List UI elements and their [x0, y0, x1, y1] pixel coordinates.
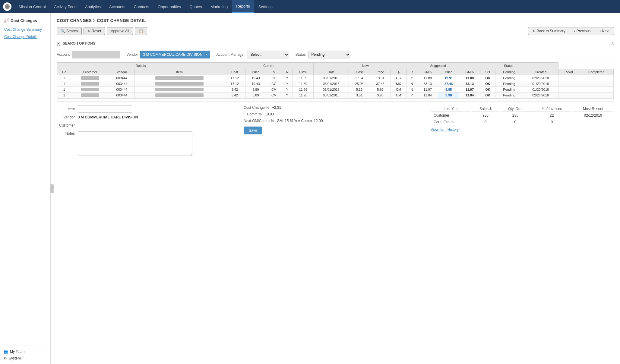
- nav-item-mission-central[interactable]: Mission Central: [14, 0, 50, 13]
- reset-icon: ↻: [87, 29, 90, 33]
- col-sug-gm: GM%: [459, 69, 480, 75]
- item-row: Item: [57, 105, 240, 113]
- previous-button[interactable]: ‹ Previous: [570, 27, 595, 35]
- cell-cur-price: 3.89: [245, 87, 266, 93]
- cell-cur-dollar: CG: [266, 81, 282, 87]
- cell-rvwd: [558, 87, 579, 93]
- vendor-select[interactable]: 3 M COMMERCIAL CARE DIVISION: [140, 51, 210, 58]
- stat-customer-label: Customer: [431, 112, 471, 118]
- col-group-suggested: Suggested: [417, 63, 459, 69]
- nav-item-marketing[interactable]: Marketing: [206, 0, 232, 13]
- status-label: Status: [295, 52, 305, 57]
- stat-col-qty: Qty. Ord.: [500, 106, 531, 112]
- table-row[interactable]: 1 003444 17.12 19.43 CG Y 11.89 03/01/20…: [57, 81, 614, 87]
- cell-status: Pending: [495, 81, 523, 87]
- sidebar-section-label: Cost Changes: [11, 18, 37, 23]
- notes-textarea[interactable]: [78, 131, 192, 155]
- status-select[interactable]: Pending: [308, 51, 350, 58]
- search-options-header[interactable]: [-] SEARCH OPTIONS ∧: [57, 39, 614, 48]
- cell-date: 03/01/2018: [314, 75, 349, 81]
- comm-pct-value: 10.00: [265, 112, 274, 116]
- vendor-detail-value: 3 M COMMERCIAL CARE DIVISION: [78, 115, 138, 119]
- detail-left: Item Vendor 3 M COMMERCIAL CARE DIVISION…: [57, 105, 240, 156]
- customer-input[interactable]: [78, 122, 132, 129]
- sidebar-toggle[interactable]: ‹: [50, 184, 54, 193]
- table-row[interactable]: 1 003444 3.42 3.89 CM Y 11.98 03/01/2018…: [57, 93, 614, 98]
- next-button[interactable]: › Next: [595, 27, 614, 35]
- col-group-current: Current: [224, 63, 314, 69]
- account-manager-select[interactable]: Select...: [247, 51, 289, 58]
- col-new-r: R: [406, 69, 417, 75]
- nav-item-settings[interactable]: Settings: [254, 0, 277, 13]
- cell-date: 03/01/2018: [314, 81, 349, 87]
- vendor-label: Vendor: [126, 52, 138, 57]
- approve-all-button[interactable]: Approve All: [107, 27, 133, 35]
- notes-row: Notes: [57, 131, 240, 156]
- search-options-section: [-] SEARCH OPTIONS ∧ Account Vendor 3 M …: [57, 39, 614, 58]
- col-date: Date: [314, 69, 349, 75]
- stat-col-lastyear: Last Year: [431, 106, 471, 112]
- detail-middle: Cost Change % +2.31 Comm % 10.00 Next GM…: [244, 105, 427, 134]
- sidebar-item-my-team[interactable]: 👥 My Team: [4, 348, 47, 355]
- toolbar-right: ↻ Back to Summary ‹ Previous › Next: [528, 27, 614, 35]
- account-manager-label: Account Manager: [216, 52, 245, 57]
- cell-co: 1: [57, 93, 71, 98]
- nav-item-activity-feed[interactable]: Activity Feed: [50, 0, 81, 13]
- reset-button[interactable]: ↻ Reset: [84, 27, 105, 35]
- app-logo[interactable]: [3, 2, 11, 11]
- top-navigation: Mission Central Activity Feed Analytics …: [0, 0, 620, 13]
- table-row[interactable]: 1 003444 3.42 3.89 CM Y 11.98 03/01/2018…: [57, 87, 614, 93]
- search-options-toggle[interactable]: [-]: [57, 41, 60, 46]
- search-button[interactable]: 🔍 Search: [57, 27, 82, 35]
- cell-co: 1: [57, 81, 71, 87]
- vendor-select-wrapper: 3 M COMMERCIAL CARE DIVISION: [140, 51, 210, 58]
- cell-sug-price[interactable]: 37.46: [438, 81, 459, 87]
- cell-sug-gm: 11.84: [459, 93, 480, 98]
- collapse-icon[interactable]: ∧: [611, 41, 614, 46]
- col-rvwd: Rvwd: [558, 69, 579, 75]
- my-team-label: My Team: [10, 350, 24, 354]
- cell-rvwd: [558, 81, 579, 87]
- cell-status: Pending: [495, 87, 523, 93]
- item-input[interactable]: [78, 105, 132, 113]
- cell-new-price: 37.46: [370, 81, 391, 87]
- sidebar-item-cost-change-summary[interactable]: Cost Change Summary: [0, 26, 50, 33]
- table-row[interactable]: 1 003444 17.12 19.43 CG Y 11.89 03/01/20…: [57, 75, 614, 81]
- sidebar-item-system[interactable]: ⚙ System: [4, 355, 47, 362]
- cell-cur-dollar: CM: [266, 93, 282, 98]
- customer-detail-label: Customer: [57, 123, 75, 127]
- nav-item-contacts[interactable]: Contacts: [130, 0, 153, 13]
- nav-item-analytics[interactable]: Analytics: [81, 0, 105, 13]
- sidebar-title: 📈 Cost Changes: [0, 16, 50, 26]
- account-input[interactable]: [72, 51, 120, 58]
- cell-cur-gm: 11.98: [293, 87, 314, 93]
- save-button[interactable]: Save: [244, 127, 262, 134]
- nav-item-reports[interactable]: Reports: [232, 0, 254, 13]
- cell-sug-price[interactable]: 19.91: [438, 75, 459, 81]
- cell-cur-gm: 11.89: [293, 81, 314, 87]
- cell-sug-price[interactable]: 3.98: [438, 93, 459, 98]
- cell-customer: [71, 81, 109, 87]
- nav-item-opportunities[interactable]: Opportunities: [153, 0, 185, 13]
- search-icon: 🔍: [61, 29, 65, 33]
- nav-item-accounts[interactable]: Accounts: [105, 0, 129, 13]
- main-content: COST CHANGES > COST CHANGE DETAIL 🔍 Sear…: [51, 13, 620, 364]
- cell-new-cost: 25.05: [349, 81, 370, 87]
- cell-vendor: 003444: [109, 75, 134, 81]
- sidebar-item-cost-change-details[interactable]: Cost Change Details: [0, 33, 50, 40]
- cell-created: 02/26/2018: [523, 75, 558, 81]
- cell-sug-gm: 11.88: [459, 75, 480, 81]
- col-group-status: Status: [459, 63, 558, 69]
- notes-area-wrapper: [78, 131, 192, 156]
- view-item-history-link[interactable]: View Item History: [431, 127, 459, 132]
- customer-row: Customer: [57, 122, 240, 129]
- cell-customer: [71, 93, 109, 98]
- back-to-summary-button[interactable]: ↻ Back to Summary: [528, 27, 570, 35]
- next-icon: ›: [599, 29, 601, 33]
- nav-item-quotes[interactable]: Quotes: [185, 0, 206, 13]
- copy-button[interactable]: 📋: [135, 27, 147, 35]
- cell-sug-price[interactable]: 5.85: [438, 87, 459, 93]
- data-table-wrapper: Details Current New Suggested Status Co …: [57, 62, 614, 99]
- cell-sug-gm: 33.13: [459, 81, 480, 87]
- cell-new-cost: 17.54: [349, 75, 370, 81]
